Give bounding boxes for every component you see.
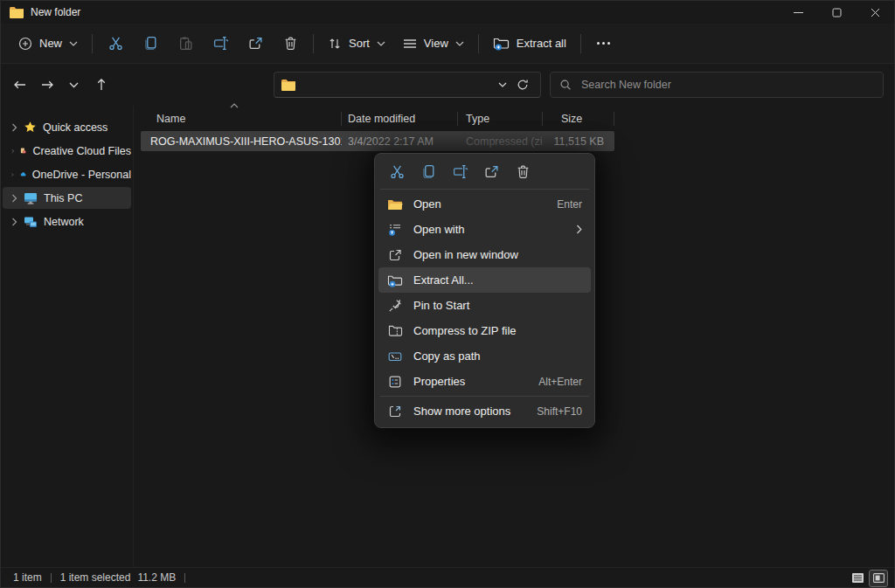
- close-button[interactable]: [856, 1, 894, 24]
- extract-all-button[interactable]: Extract all: [484, 29, 575, 59]
- recent-locations-button[interactable]: [62, 72, 86, 98]
- share-button[interactable]: [238, 29, 273, 59]
- status-bar: 1 item 1 item selected 11.2 MB: [1, 567, 894, 587]
- expand-chevron-icon[interactable]: [11, 123, 17, 132]
- copy-button[interactable]: [133, 29, 168, 59]
- close-icon: [871, 8, 880, 17]
- expand-chevron-icon[interactable]: [11, 218, 17, 226]
- thumbnail-view-toggle[interactable]: [870, 571, 887, 586]
- network-icon: [24, 216, 38, 228]
- folder-icon: [281, 80, 295, 91]
- cut-button[interactable]: [98, 29, 133, 59]
- extract-all-icon: [493, 36, 510, 51]
- search-input[interactable]: [579, 78, 874, 92]
- back-button[interactable]: [8, 72, 31, 98]
- search-box: [550, 72, 884, 98]
- expand-chevron-icon[interactable]: [11, 194, 17, 203]
- paste-button[interactable]: [168, 29, 203, 59]
- view-button[interactable]: View: [394, 29, 473, 59]
- sort-ascending-caret-icon: [230, 103, 239, 108]
- menu-item-compress-to-zip[interactable]: Compress to ZIP file: [378, 318, 591, 343]
- sidebar-item-label: OneDrive - Personal: [32, 169, 131, 181]
- window-controls: [779, 1, 894, 24]
- sidebar-item-onedrive[interactable]: OneDrive - Personal: [3, 163, 131, 185]
- delete-button[interactable]: [273, 29, 308, 59]
- sidebar-item-label: Creative Cloud Files: [32, 145, 131, 157]
- details-view-toggle[interactable]: [849, 571, 866, 586]
- address-dropdown-button[interactable]: [493, 72, 512, 98]
- new-button[interactable]: New: [10, 29, 87, 59]
- view-toggles: [849, 568, 887, 588]
- file-date-cell: 3/4/2022 2:17 AM: [342, 135, 458, 148]
- chevron-down-icon: [69, 82, 79, 88]
- chevron-down-icon: [377, 41, 385, 46]
- cut-button[interactable]: [384, 160, 410, 183]
- expand-chevron-icon[interactable]: [11, 147, 14, 156]
- maximize-icon: [832, 8, 842, 17]
- shortcut-hint: Enter: [557, 198, 582, 211]
- properties-icon: [388, 375, 402, 389]
- forward-button[interactable]: [35, 72, 59, 98]
- column-header-type[interactable]: Type: [458, 112, 543, 126]
- trash-icon: [516, 164, 531, 179]
- copy-button[interactable]: [415, 160, 441, 183]
- menu-item-open-with[interactable]: Open with: [378, 217, 591, 242]
- sidebar-item-network[interactable]: Network: [3, 211, 131, 232]
- sidebar-item-this-pc[interactable]: This PC: [3, 187, 131, 209]
- context-menu-icon-row: [378, 157, 591, 187]
- file-row[interactable]: ROG-MAXIMUS-XIII-HERO-ASUS-1301.ZIP 3/4/…: [141, 131, 614, 151]
- menu-item-copy-as-path[interactable]: Copy as path: [378, 343, 591, 369]
- selection-size: 11.2 MB: [137, 571, 176, 584]
- delete-button[interactable]: [510, 160, 536, 183]
- chevron-down-icon: [69, 41, 78, 46]
- monitor-icon: [24, 192, 38, 204]
- rename-icon: [453, 164, 468, 179]
- column-header-size[interactable]: Size: [543, 112, 614, 126]
- ellipsis-icon: [597, 42, 610, 45]
- column-header-date-modified[interactable]: Date modified: [342, 112, 458, 126]
- creative-cloud-icon: [20, 144, 26, 157]
- item-count: 1 item: [13, 571, 42, 584]
- status-divider: [184, 573, 185, 583]
- cut-icon: [390, 164, 405, 179]
- menu-separator: [380, 189, 589, 190]
- paste-icon: [178, 36, 193, 51]
- more-options-icon: [388, 405, 402, 419]
- extract-all-button-label: Extract all: [517, 37, 566, 50]
- expand-chevron-icon[interactable]: [11, 170, 14, 179]
- up-button[interactable]: [89, 72, 113, 98]
- address-bar[interactable]: [274, 72, 541, 98]
- plus-circle-icon: [18, 37, 32, 51]
- selection-count: 1 item selected: [60, 571, 131, 584]
- status-divider: [51, 573, 52, 583]
- minimize-button[interactable]: [779, 1, 817, 24]
- toolbar-separator: [478, 34, 479, 53]
- context-menu: Open Enter Open with Open in new window …: [374, 153, 595, 428]
- menu-item-properties[interactable]: Properties Alt+Enter: [378, 369, 591, 394]
- menu-item-pin-to-start[interactable]: Pin to Start: [378, 293, 591, 318]
- file-name-cell: ROG-MAXIMUS-XIII-HERO-ASUS-1301.ZIP: [141, 135, 342, 148]
- rename-button[interactable]: [447, 160, 473, 183]
- sort-arrows-icon: [328, 37, 342, 51]
- menu-item-open-in-new-window[interactable]: Open in new window: [378, 242, 591, 267]
- column-header-name[interactable]: Name: [141, 112, 342, 126]
- chevron-down-icon: [498, 82, 507, 87]
- see-more-button[interactable]: [586, 29, 621, 59]
- view-lines-icon: [403, 38, 417, 50]
- menu-item-extract-all[interactable]: Extract All...: [378, 267, 591, 293]
- minimize-icon: [794, 8, 803, 17]
- titlebar: New folder: [1, 1, 894, 24]
- sidebar-item-creative-cloud-files[interactable]: Creative Cloud Files: [3, 140, 131, 162]
- arrow-right-icon: [40, 78, 54, 92]
- toolbar-separator: [313, 34, 314, 53]
- sidebar-item-quick-access[interactable]: Quick access: [3, 116, 131, 138]
- sort-button[interactable]: Sort: [319, 29, 394, 59]
- share-button[interactable]: [478, 160, 504, 183]
- menu-item-show-more-options[interactable]: Show more options Shift+F10: [378, 398, 591, 424]
- rename-button[interactable]: [203, 29, 238, 59]
- maximize-button[interactable]: [817, 1, 856, 24]
- file-size-cell: 11,515 KB: [543, 135, 604, 148]
- rename-icon: [213, 36, 228, 51]
- refresh-button[interactable]: [512, 72, 533, 98]
- menu-item-open[interactable]: Open Enter: [378, 191, 591, 217]
